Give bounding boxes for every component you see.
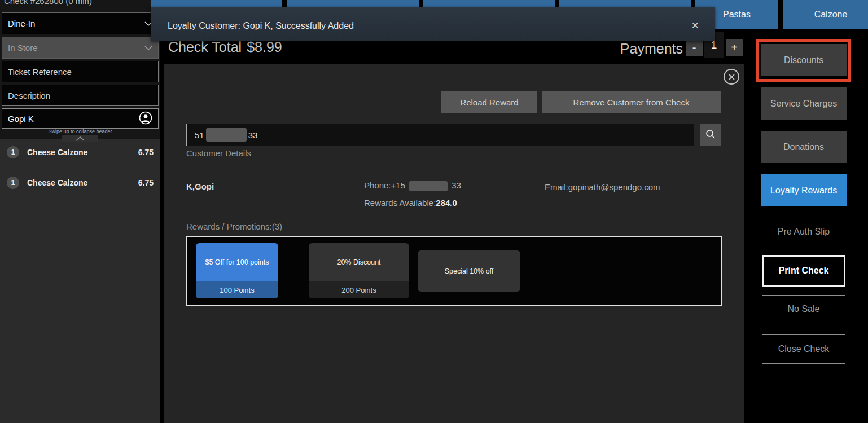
rewards-available-label: Rewards Available:	[364, 198, 436, 208]
reward-points: 100 Points	[196, 281, 278, 298]
loyalty-rewards-panel: Check Total$8.99 Payments - 1 + Reload R…	[164, 29, 744, 423]
payments-label: Payments	[620, 41, 683, 57]
reward-card[interactable]: 20% Discount 200 Points	[309, 243, 409, 298]
redaction-box	[409, 181, 448, 191]
ticket-reference-placeholder: Ticket Reference	[8, 67, 152, 77]
close-icon[interactable]: ✕	[691, 20, 699, 32]
description-placeholder: Description	[8, 91, 152, 100]
phone-start: Phone:+15	[364, 180, 405, 190]
rewards-promotions-label: Rewards / Promotions:(3)	[186, 222, 282, 231]
order-channel-dropdown[interactable]: In Store	[2, 37, 159, 59]
reward-title: 20% Discount	[309, 243, 409, 281]
payments-increment-button[interactable]: +	[726, 39, 743, 56]
redaction-box	[206, 128, 247, 142]
donations-button[interactable]: Donations	[761, 131, 847, 163]
order-type-value: Dine-In	[8, 19, 144, 28]
description-input[interactable]: Description	[2, 85, 159, 106]
search-button[interactable]	[700, 124, 721, 146]
search-value-end: 33	[248, 130, 258, 140]
customer-name-value: Gopi K	[8, 114, 139, 124]
pre-auth-slip-button[interactable]: Pre Auth Slip	[762, 218, 845, 245]
reward-title: $5 Off for 100 points	[196, 243, 278, 281]
no-sale-button[interactable]: No Sale	[762, 295, 845, 323]
customer-search-input[interactable]: 51 33	[186, 124, 694, 146]
payments-decrement-button[interactable]: -	[686, 39, 703, 56]
reward-title: Special 10% off	[418, 250, 520, 292]
order-line-item[interactable]: 1 Cheese Calzone 6.75	[0, 173, 160, 193]
item-quantity-badge: 1	[7, 177, 19, 189]
chevron-down-icon	[144, 43, 152, 52]
loyalty-rewards-button[interactable]: Loyalty Rewards	[761, 174, 847, 206]
phone-end: 33	[451, 180, 461, 190]
tab-calzones[interactable]: Calzone	[783, 0, 868, 29]
reward-card-selected[interactable]: $5 Off for 100 points 100 Points	[196, 243, 278, 298]
customer-details-label: Customer Details	[186, 148, 251, 158]
check-total: Check Total$8.99	[168, 39, 287, 55]
customer-email: Email:gopinath@spendgo.com	[545, 182, 660, 192]
customer-profile-icon[interactable]	[139, 111, 152, 126]
rewards-list-container: $5 Off for 100 points 100 Points 20% Dis…	[186, 236, 722, 306]
order-line-item[interactable]: 1 Cheese Calzone 6.75	[0, 142, 160, 162]
search-icon	[705, 129, 716, 142]
rewards-available-value: 284.0	[436, 198, 457, 208]
search-value-start: 51	[195, 130, 204, 140]
customer-phone: Phone:+15 33	[364, 180, 461, 191]
toast-notification: Loyalty Customer: Gopi K, Successfully A…	[151, 7, 715, 41]
toast-message: Loyalty Customer: Gopi K, Successfully A…	[168, 21, 354, 31]
order-panel: Check #262800 (0 min) Dine-In In Store T…	[0, 0, 160, 423]
remove-customer-button[interactable]: Remove Customer from Check	[542, 91, 721, 113]
order-type-dropdown[interactable]: Dine-In	[2, 12, 159, 34]
check-number-header: Check #262800 (0 min)	[4, 0, 92, 6]
close-panel-icon[interactable]	[724, 69, 739, 85]
reward-points: 200 Points	[309, 281, 409, 298]
order-channel-value: In Store	[8, 43, 144, 52]
discounts-button[interactable]: Discounts	[761, 44, 847, 76]
item-price: 6.75	[138, 148, 154, 157]
item-name: Cheese Calzone	[27, 178, 138, 187]
reload-reward-button[interactable]: Reload Reward	[441, 91, 537, 113]
ticket-reference-input[interactable]: Ticket Reference	[2, 61, 159, 82]
reward-card[interactable]: Special 10% off	[418, 250, 520, 292]
collapse-header-button[interactable]	[62, 135, 98, 142]
customer-name-field[interactable]: Gopi K	[2, 108, 159, 129]
close-check-button[interactable]: Close Check	[762, 334, 845, 364]
print-check-button[interactable]: Print Check	[762, 255, 845, 287]
check-total-label: Check Total	[168, 39, 242, 55]
rewards-available: Rewards Available:284.0	[364, 198, 457, 208]
item-quantity-badge: 1	[7, 146, 19, 158]
service-charges-button[interactable]: Service Charges	[761, 87, 847, 120]
item-name: Cheese Calzone	[27, 148, 138, 157]
item-price: 6.75	[138, 178, 154, 187]
check-total-amount: $8.99	[247, 39, 282, 55]
customer-fullname: K,Gopi	[186, 182, 214, 191]
